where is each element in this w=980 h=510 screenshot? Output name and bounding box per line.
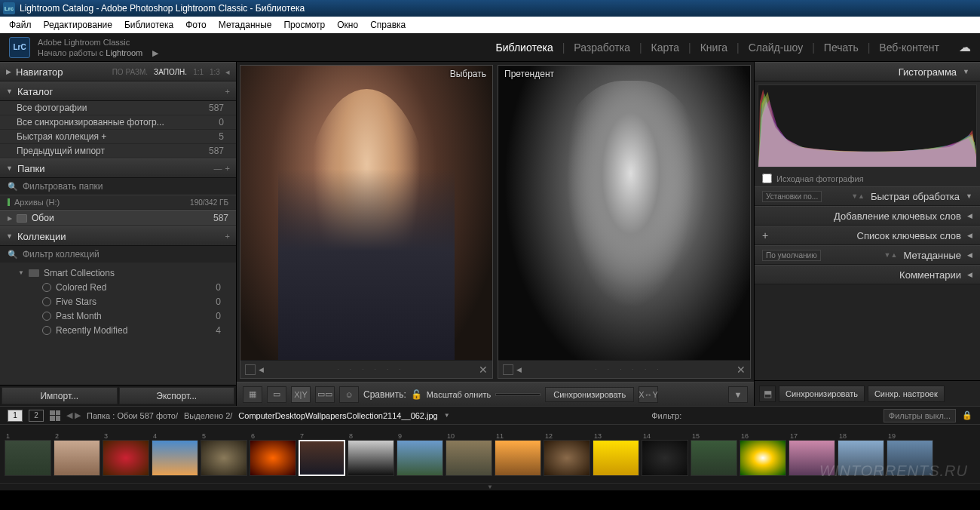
thumbnail-6[interactable] xyxy=(250,440,296,476)
sync-button[interactable]: Синхронизировать xyxy=(545,387,634,402)
chevron-left-icon[interactable]: ◀ xyxy=(259,366,264,373)
catalog-item-3[interactable]: Предыдущий импорт587 xyxy=(0,144,236,158)
thumbnail-5[interactable] xyxy=(201,440,247,476)
thumbnail-13[interactable] xyxy=(593,440,639,476)
navigator-header[interactable]: ▶ Навигатор ПО РАЗМ.ЗАПОЛН.1:11:3 ◂ xyxy=(0,62,236,81)
collection-item-2[interactable]: Past Month0 xyxy=(0,309,236,323)
toolbar-menu-button[interactable]: ▼ xyxy=(728,386,748,403)
thumbnail-2[interactable] xyxy=(54,440,100,476)
folder-filter[interactable]: 🔍 Фильтровать папки xyxy=(0,178,236,195)
module-1[interactable]: Разработка xyxy=(565,37,639,58)
import-button[interactable]: Импорт... xyxy=(2,387,118,404)
chevron-down-icon[interactable]: ◂ xyxy=(223,67,230,77)
window-title: Lightroom Catalog - Adobe Photoshop Ligh… xyxy=(20,3,305,14)
catalog-item-2[interactable]: Быстрая коллекция +5 xyxy=(0,130,236,144)
flag-icon[interactable] xyxy=(503,364,513,375)
preset-dropdown[interactable]: Установки по... xyxy=(762,191,822,202)
survey-view-button[interactable]: ▭▭ xyxy=(315,386,335,403)
menu-Библиотека[interactable]: Библиотека xyxy=(118,18,179,32)
catalog-header[interactable]: ▼ Каталог + xyxy=(0,81,236,101)
thumbnail-11[interactable] xyxy=(495,440,541,476)
filmstrip-path[interactable]: Папка : Обои 587 фото/ xyxy=(87,411,178,420)
thumbnail-1[interactable] xyxy=(5,440,51,476)
smart-collections-row[interactable]: ▼ Smart Collections xyxy=(0,266,236,280)
catalog-item-1[interactable]: Все синхронизированные фотогр...0 xyxy=(0,115,236,130)
thumbnail-9[interactable] xyxy=(397,440,443,476)
select-pane[interactable]: Выбрать ◀ · · · · · · ✕ xyxy=(240,65,493,379)
collection-item-3[interactable]: Recently Modified4 xyxy=(0,323,236,337)
module-5[interactable]: Печать xyxy=(815,37,868,58)
close-icon[interactable]: ✕ xyxy=(737,364,746,376)
thumbnail-16[interactable] xyxy=(740,440,786,476)
collection-item-1[interactable]: Five Stars0 xyxy=(0,294,236,309)
lock-icon[interactable]: 🔓 xyxy=(411,389,422,400)
plus-icon[interactable]: + xyxy=(225,164,230,173)
quick-develop-header[interactable]: Установки по... ▼▲ Быстрая обработка ▼ xyxy=(755,186,980,206)
filter-dropdown[interactable]: Фильтры выкл... xyxy=(884,409,956,422)
module-6[interactable]: Веб-контент xyxy=(870,37,948,58)
sync-toggle[interactable]: ⬒ xyxy=(759,386,776,402)
export-button[interactable]: Экспорт... xyxy=(119,387,235,404)
module-4[interactable]: Слайд-шоу xyxy=(740,37,813,58)
monitor-2-button[interactable]: 2 xyxy=(29,410,44,422)
compare-view-button[interactable]: X|Y xyxy=(291,386,311,403)
histogram-header[interactable]: Гистограмма ▼ xyxy=(755,62,980,81)
collections-header[interactable]: ▼ Коллекции + xyxy=(0,226,236,246)
metadata-header[interactable]: По умолчанию ▼▲ Метаданные ◀ xyxy=(755,245,980,265)
thumbnail-4[interactable] xyxy=(152,440,198,476)
folders-header[interactable]: ▼ Папки — + xyxy=(0,158,236,178)
select-footer: ◀ · · · · · · ✕ xyxy=(240,360,492,378)
menu-Просмотр[interactable]: Просмотр xyxy=(277,18,331,32)
menu-Редактирование[interactable]: Редактирование xyxy=(38,18,118,32)
thumbnail-3[interactable] xyxy=(103,440,149,476)
swap-button[interactable]: X↔Y xyxy=(639,386,658,403)
menu-Окно[interactable]: Окно xyxy=(331,18,364,32)
collection-filter[interactable]: 🔍 Фильтр коллекций xyxy=(0,246,236,263)
thumbnail-15[interactable] xyxy=(691,440,737,476)
menu-Метаданные[interactable]: Метаданные xyxy=(213,18,278,32)
collection-item-0[interactable]: Colored Red0 xyxy=(0,280,236,294)
minus-icon[interactable]: — xyxy=(214,164,222,173)
thumbnail-12[interactable] xyxy=(544,440,590,476)
menu-Фото[interactable]: Фото xyxy=(179,18,213,32)
module-0[interactable]: Библиотека xyxy=(487,37,562,58)
loupe-view-button[interactable]: ▭ xyxy=(267,386,286,403)
plus-icon[interactable]: + xyxy=(225,87,230,96)
chevron-left-icon[interactable]: ◀ xyxy=(516,366,522,373)
thumbnail-14[interactable] xyxy=(642,440,688,476)
candidate-pane[interactable]: Претендент ◀ · · · · · · ✕ xyxy=(498,65,751,379)
plus-icon[interactable]: + xyxy=(225,232,230,241)
thumbnail-10[interactable] xyxy=(446,440,492,476)
keyword-list-header[interactable]: + Список ключевых слов ◀ xyxy=(755,226,980,245)
sync-metadata-button[interactable]: Синхронизировать xyxy=(779,386,865,402)
module-2[interactable]: Карта xyxy=(642,37,688,58)
histogram[interactable] xyxy=(758,84,977,167)
volume-row[interactable]: Архивы (H:) 190/342 ГБ xyxy=(0,195,236,210)
filmstrip-collapse[interactable]: ▼ xyxy=(0,483,980,490)
plus-icon[interactable]: + xyxy=(762,229,768,241)
lock-icon[interactable]: 🔒 xyxy=(962,410,972,420)
thumbnail-7[interactable] xyxy=(299,440,345,476)
module-3[interactable]: Книга xyxy=(691,37,737,58)
collapse-icon: ▼ xyxy=(966,192,972,200)
comments-header[interactable]: Комментарии ◀ xyxy=(755,265,980,284)
zoom-slider[interactable] xyxy=(495,393,541,396)
flag-icon[interactable] xyxy=(245,364,256,375)
cloud-icon[interactable]: ☁ xyxy=(959,40,971,54)
keywording-header[interactable]: Добавление ключевых слов ◀ xyxy=(755,206,980,226)
sync-settings-button[interactable]: Синхр. настроек xyxy=(868,386,945,402)
smart-collection-icon xyxy=(42,297,51,306)
close-icon[interactable]: ✕ xyxy=(479,364,488,376)
thumbnail-8[interactable] xyxy=(348,440,394,476)
people-view-button[interactable]: ☺ xyxy=(339,386,359,403)
navigator-zoom-options[interactable]: ПО РАЗМ.ЗАПОЛН.1:11:3 xyxy=(112,68,220,76)
monitor-1-button[interactable]: 1 xyxy=(8,410,23,422)
menu-Справка[interactable]: Справка xyxy=(364,18,412,32)
metadata-dropdown[interactable]: По умолчанию xyxy=(762,250,821,261)
grid-view-button[interactable]: ▦ xyxy=(243,386,262,403)
folder-row[interactable]: ▶ Обои 587 xyxy=(0,210,236,226)
catalog-item-0[interactable]: Все фотографии587 xyxy=(0,101,236,115)
grid-icon[interactable] xyxy=(50,410,60,421)
original-photo-checkbox[interactable]: Исходная фотография xyxy=(755,171,980,186)
menu-Файл[interactable]: Файл xyxy=(3,18,38,32)
